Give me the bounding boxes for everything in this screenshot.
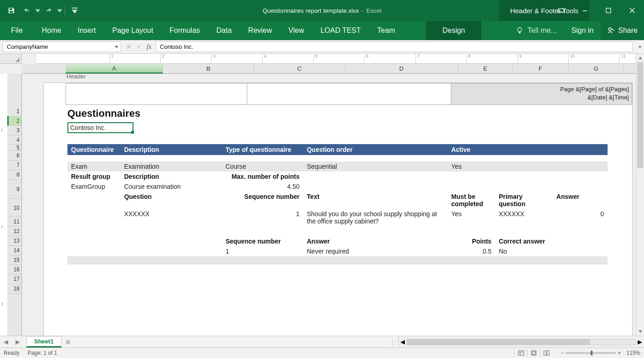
horizontal-scrollbar[interactable]: ◀ ▶ [398, 336, 644, 348]
undo-icon[interactable] [19, 0, 35, 21]
row-header[interactable]: 14 [7, 246, 21, 255]
scroll-left-icon[interactable]: ◀ [399, 338, 407, 345]
scroll-right-icon[interactable]: ▶ [636, 338, 644, 345]
column-header-e[interactable]: E [458, 64, 513, 73]
scroll-track[interactable] [636, 62, 644, 327]
cell: Correct answer [495, 236, 552, 246]
row-header[interactable]: 2 [7, 116, 21, 126]
header-center[interactable] [247, 83, 451, 104]
row-header[interactable]: 8 [7, 170, 21, 180]
close-icon[interactable] [620, 0, 644, 21]
row-header[interactable]: 4 [7, 135, 21, 145]
redo-icon[interactable] [41, 0, 56, 21]
sign-in-link[interactable]: Sign in [564, 21, 601, 40]
zoom-slider[interactable] [566, 352, 616, 354]
tab-data[interactable]: Data [208, 21, 240, 40]
tab-split-handle-icon[interactable]: ⋮ [386, 336, 398, 348]
tell-me-search[interactable]: Tell me... [508, 21, 564, 40]
column-header-c[interactable]: C [254, 64, 345, 73]
header-left[interactable] [66, 83, 247, 104]
maximize-icon[interactable] [597, 0, 620, 21]
column-header-f[interactable]: F [513, 64, 568, 73]
save-icon[interactable] [4, 0, 19, 21]
header-right[interactable]: Page &[Page] of &[Pages] &[Date] &[Time] [451, 83, 632, 104]
row-header[interactable]: 3 [7, 126, 21, 135]
select-all-corner[interactable] [0, 54, 22, 64]
table-row[interactable]: XXXXXX 1 Should you do your school suppl… [67, 209, 608, 226]
row-header[interactable]: 16 [7, 265, 21, 275]
name-box[interactable]: CompanyName [3, 42, 121, 52]
column-header-d[interactable]: D [345, 64, 458, 73]
view-page-layout-icon[interactable] [527, 349, 540, 357]
row-header[interactable]: 17 [7, 275, 21, 284]
sheet-tab[interactable]: Sheet1 [26, 336, 61, 348]
zoom-in-icon[interactable]: + [618, 350, 621, 356]
column-header-a[interactable]: A [66, 64, 163, 73]
tab-page-layout[interactable]: Page Layout [104, 21, 161, 40]
fx-icon[interactable]: fx [147, 43, 151, 51]
column-header-b[interactable]: B [163, 64, 254, 73]
tab-formulas[interactable]: Formulas [161, 21, 208, 40]
active-cell[interactable]: Contoso Inc. [67, 122, 133, 133]
page-break-gutter: 1 2 3 [0, 74, 7, 336]
row-header[interactable]: 12 [7, 227, 21, 236]
minimize-icon[interactable] [573, 0, 597, 21]
tab-view[interactable]: View [280, 21, 312, 40]
ribbon-display-options-icon[interactable] [549, 0, 573, 21]
formula-input[interactable]: Contoso Inc. [156, 42, 633, 52]
row-header[interactable]: 10 [7, 199, 21, 217]
scroll-down-icon[interactable] [636, 327, 644, 336]
row-header[interactable]: 1 [7, 107, 21, 116]
table-row[interactable]: Result group Description Max. number of … [67, 171, 608, 182]
tab-design[interactable]: Design [426, 21, 481, 40]
tab-review[interactable]: Review [240, 21, 280, 40]
hscroll-track[interactable] [407, 339, 636, 345]
table-row[interactable]: Question Sequence number Text Must be co… [67, 192, 608, 209]
zoom-control[interactable]: − + 115% [561, 350, 640, 356]
zoom-level[interactable]: 115% [626, 350, 640, 356]
lightbulb-icon [516, 26, 524, 35]
zoom-thumb[interactable] [591, 351, 593, 355]
tab-home[interactable]: Home [34, 21, 70, 40]
zoom-out-icon[interactable]: − [561, 350, 564, 356]
table-row[interactable]: 1 Never required 0.5 No [67, 246, 608, 256]
share-button[interactable]: Share [601, 21, 644, 40]
header-editor[interactable]: Page &[Page] of &[Pages] &[Date] &[Time] [66, 83, 632, 105]
vertical-scrollbar[interactable] [636, 54, 644, 336]
hscroll-thumb[interactable] [407, 339, 590, 345]
view-normal-icon[interactable] [514, 349, 527, 357]
row-header[interactable]: 5 [7, 145, 21, 151]
enter-formula-icon[interactable]: ✓ [136, 42, 142, 51]
tab-insert[interactable]: Insert [69, 21, 104, 40]
scroll-up-icon[interactable] [636, 54, 644, 62]
row-header[interactable]: 7 [7, 161, 21, 170]
view-page-break-icon[interactable] [540, 349, 552, 357]
page-layout-page: Header Page &[Page] of &[Pages] &[Date] … [44, 83, 632, 336]
table-row[interactable]: Exam Examination Course Sequential Yes [67, 161, 608, 171]
redo-dropdown-icon[interactable] [56, 0, 63, 21]
chevron-down-icon[interactable] [114, 43, 119, 50]
row-header[interactable]: 11 [7, 217, 21, 227]
tab-load-test[interactable]: LOAD TEST [312, 21, 369, 40]
row-header[interactable]: 13 [7, 236, 21, 246]
cancel-formula-icon[interactable]: ✕ [126, 42, 132, 51]
scroll-thumb[interactable] [637, 62, 643, 168]
row-header[interactable]: 18 [7, 284, 21, 294]
new-sheet-icon[interactable]: ⊕ [61, 336, 75, 348]
table-row[interactable]: Sequence number Answer Points Correct an… [67, 236, 608, 246]
column-header-g[interactable]: G [568, 64, 624, 73]
row-header[interactable]: 9 [7, 180, 21, 199]
svg-rect-12 [532, 352, 535, 354]
row-header[interactable]: 6 [7, 151, 21, 161]
tab-team[interactable]: Team [369, 21, 403, 40]
sheet-view[interactable]: 1 2 3 4 5 6 7 8 9 10 11 A B C D E F G 1 … [0, 54, 636, 336]
table-row[interactable]: ExamGroup Course examination 4.50 [67, 182, 608, 192]
formula-bar-expand-icon[interactable] [636, 40, 644, 53]
tab-nav-prev-icon[interactable]: ◀ [0, 336, 12, 348]
undo-dropdown-icon[interactable] [35, 0, 41, 21]
qat-customize-icon[interactable] [67, 0, 82, 21]
row-header[interactable]: 15 [7, 255, 21, 265]
cell: XXXXXX [120, 209, 222, 226]
tab-nav-next-icon[interactable]: ▶ [12, 336, 24, 348]
tab-file[interactable]: File [0, 21, 34, 40]
